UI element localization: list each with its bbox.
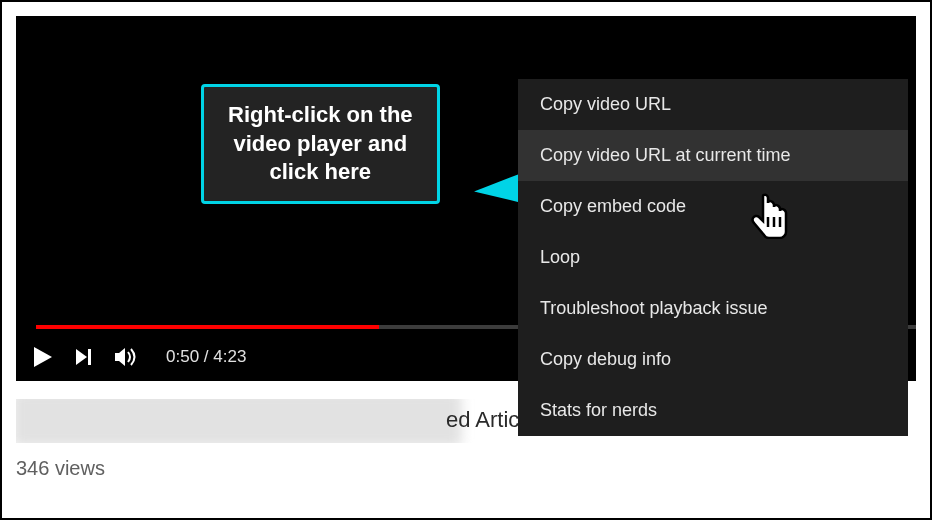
svg-rect-3 (88, 349, 91, 365)
context-menu-item-copy-url[interactable]: Copy video URL (518, 79, 908, 130)
next-button[interactable] (74, 347, 94, 367)
view-count: 346 views (16, 457, 916, 480)
callout-arrow-icon (473, 174, 520, 205)
context-menu-item-troubleshoot[interactable]: Troubleshoot playback issue (518, 283, 908, 334)
play-icon (32, 345, 54, 369)
progress-played (36, 325, 379, 329)
callout-line: Right-click on the (228, 101, 413, 130)
title-blur-overlay (16, 399, 462, 443)
callout-line: click here (228, 158, 413, 187)
context-menu-item-copy-embed[interactable]: Copy embed code (518, 181, 908, 232)
volume-button[interactable] (114, 345, 140, 369)
context-menu-item-copy-url-at-time[interactable]: Copy video URL at current time (518, 130, 908, 181)
play-button[interactable] (32, 345, 54, 369)
next-icon (74, 347, 94, 367)
cursor-pointer-icon (750, 193, 790, 243)
context-menu: Copy video URL Copy video URL at current… (518, 79, 908, 436)
video-player[interactable]: Right-click on the video player and clic… (16, 16, 916, 381)
context-menu-item-loop[interactable]: Loop (518, 232, 908, 283)
callout-line: video player and (228, 130, 413, 159)
callout-tooltip: Right-click on the video player and clic… (201, 84, 440, 204)
time-display: 0:50 / 4:23 (166, 347, 246, 367)
volume-icon (114, 345, 140, 369)
context-menu-item-stats[interactable]: Stats for nerds (518, 385, 908, 436)
context-menu-item-debug-info[interactable]: Copy debug info (518, 334, 908, 385)
